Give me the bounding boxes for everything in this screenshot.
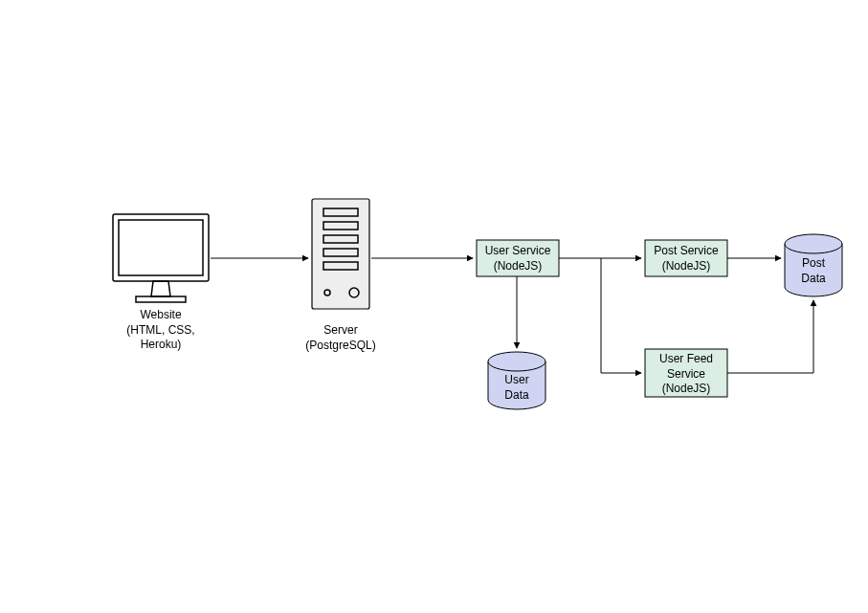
- arrow-branch-to-userfeed: [601, 258, 641, 373]
- post-service-label: Post Service (NodeJS): [647, 244, 725, 274]
- arrow-userfeed-to-postdata: [727, 300, 813, 373]
- svg-point-12: [785, 234, 842, 253]
- diagram-svg: [0, 0, 868, 613]
- architecture-diagram: Website (HTML, CSS, Heroku) Server (Post…: [0, 0, 868, 613]
- user-data-label: User Data: [496, 373, 538, 403]
- server-tower-icon: [312, 199, 369, 309]
- user-service-label: User Service (NodeJS): [479, 244, 557, 274]
- monitor-icon: [113, 214, 209, 302]
- svg-point-11: [488, 352, 545, 371]
- svg-rect-1: [119, 220, 203, 275]
- post-data-label: Post Data: [792, 256, 835, 286]
- server-label: Server (PostgreSQL): [293, 323, 389, 353]
- svg-rect-0: [113, 214, 209, 281]
- website-label: Website (HTML, CSS, Heroku): [113, 308, 209, 353]
- user-feed-service-label: User Feed Service (NodeJS): [647, 352, 725, 397]
- svg-rect-2: [136, 296, 186, 302]
